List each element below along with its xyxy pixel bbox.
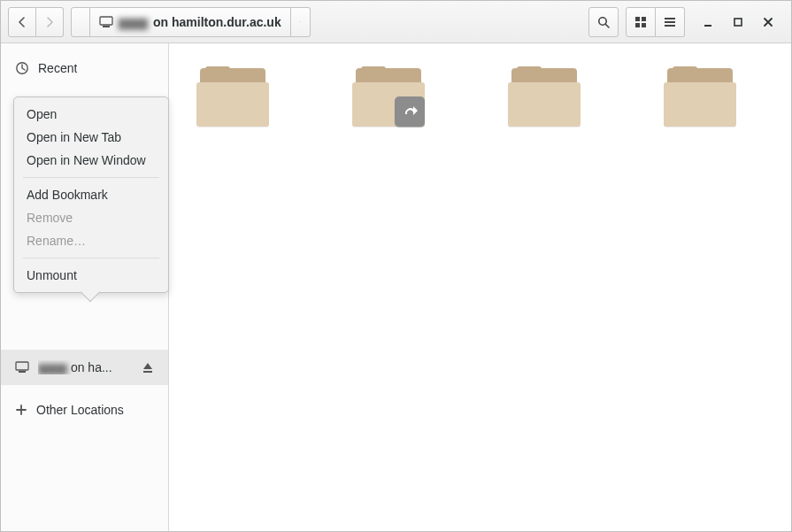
- folder-item[interactable]: [346, 68, 431, 127]
- svg-rect-12: [734, 19, 742, 26]
- folder-grid: [190, 68, 770, 127]
- svg-rect-10: [665, 25, 675, 27]
- svg-rect-0: [100, 17, 112, 25]
- sidebar-item-label: Recent: [38, 61, 77, 75]
- icon-view-button[interactable]: [626, 7, 656, 37]
- context-menu: Open Open in New Tab Open in New Window …: [13, 96, 169, 293]
- menu-separator: [23, 177, 159, 178]
- svg-rect-14: [16, 362, 28, 370]
- plus-icon: [15, 404, 27, 416]
- symlink-arrow-icon: [395, 96, 425, 127]
- folder-icon: [196, 68, 269, 127]
- network-drive-icon: [99, 16, 113, 28]
- search-button[interactable]: [588, 7, 619, 37]
- folder-icon: [508, 68, 581, 127]
- menu-separator: [23, 258, 159, 258]
- sidebar-item-other-locations[interactable]: Other Locations: [1, 392, 168, 428]
- svg-rect-9: [665, 21, 675, 23]
- menu-item-open-tab[interactable]: Open in New Tab: [14, 126, 168, 149]
- clock-icon: [15, 61, 29, 75]
- file-manager-window: ▆▆▆ on hamilton.dur.ac.uk: [0, 0, 792, 532]
- svg-rect-1: [103, 26, 110, 27]
- menu-item-open-window[interactable]: Open in New Window: [14, 149, 168, 172]
- path-dropdown-button[interactable]: [291, 7, 311, 37]
- svg-rect-6: [635, 23, 640, 27]
- back-button[interactable]: [8, 7, 36, 37]
- svg-rect-4: [635, 17, 640, 21]
- menu-item-add-bookmark[interactable]: Add Bookmark: [14, 183, 168, 206]
- path-history-button[interactable]: [71, 7, 90, 37]
- titlebar: ▆▆▆ on hamilton.dur.ac.uk: [1, 1, 791, 43]
- view-buttons: [626, 7, 685, 37]
- maximize-button[interactable]: [731, 15, 745, 29]
- close-button[interactable]: [761, 15, 775, 29]
- sidebar-item-label: ▆▆▆ on ha...: [38, 360, 112, 374]
- list-view-button[interactable]: [656, 7, 685, 37]
- path-user: ▆▆▆: [119, 15, 148, 29]
- svg-rect-11: [704, 25, 711, 27]
- path-bar: ▆▆▆ on hamilton.dur.ac.uk: [71, 7, 311, 37]
- window-controls: [692, 15, 784, 29]
- path-current-location[interactable]: ▆▆▆ on hamilton.dur.ac.uk: [90, 7, 291, 37]
- svg-rect-15: [19, 371, 26, 373]
- folder-item[interactable]: [190, 68, 275, 127]
- folder-item[interactable]: [657, 68, 742, 127]
- folder-item[interactable]: [502, 68, 587, 127]
- sidebar-item-recent[interactable]: Recent: [1, 50, 168, 86]
- svg-rect-7: [642, 23, 646, 27]
- forward-button[interactable]: [36, 7, 64, 37]
- menu-item-rename: Rename…: [14, 229, 168, 252]
- folder-icon: [664, 68, 736, 127]
- sidebar-item-label: Other Locations: [36, 403, 124, 417]
- svg-rect-5: [642, 17, 646, 21]
- eject-icon[interactable]: [142, 361, 154, 374]
- body: Recent Home ▆▆▆ on ha...: [1, 43, 791, 531]
- minimize-button[interactable]: [701, 15, 715, 29]
- network-drive-icon: [15, 361, 29, 374]
- folder-symlink-icon: [352, 68, 425, 127]
- path-host: on hamilton.dur.ac.uk: [153, 15, 281, 29]
- content-area[interactable]: [169, 43, 791, 531]
- menu-item-open[interactable]: Open: [14, 103, 168, 126]
- svg-rect-8: [665, 18, 675, 19]
- nav-buttons: [8, 7, 64, 37]
- menu-item-remove: Remove: [14, 206, 168, 229]
- svg-line-3: [605, 24, 609, 27]
- svg-rect-16: [143, 371, 152, 373]
- sidebar-item-mount[interactable]: ▆▆▆ on ha...: [1, 350, 168, 385]
